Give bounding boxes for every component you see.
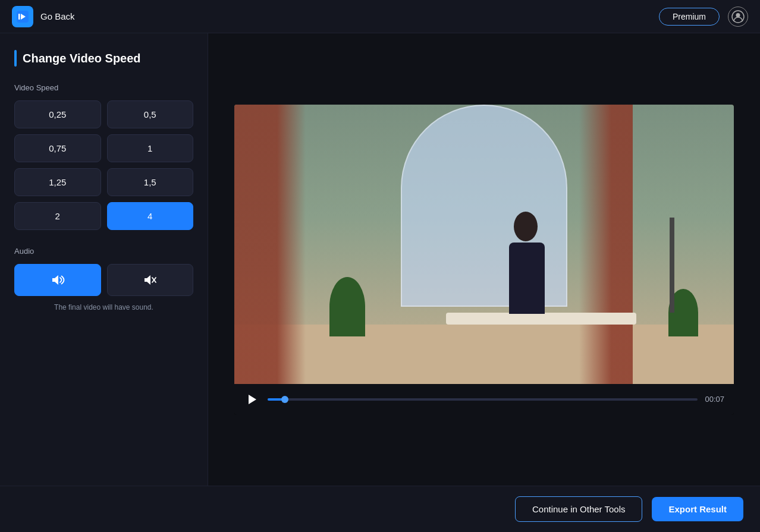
speed-btn-4[interactable]: 4 bbox=[107, 202, 194, 230]
plant-left bbox=[329, 277, 365, 336]
sidebar-title-bar bbox=[14, 50, 17, 67]
export-result-button[interactable]: Export Result bbox=[652, 497, 743, 521]
speed-grid: 0,25 0,5 0,75 1 1,25 1,5 2 4 bbox=[14, 100, 193, 230]
time-display: 00:07 bbox=[705, 395, 724, 404]
header-left: Go Back bbox=[12, 6, 75, 27]
app-logo bbox=[12, 6, 33, 27]
progress-bar[interactable] bbox=[268, 398, 698, 401]
svg-marker-9 bbox=[249, 395, 256, 404]
sidebar-title: Change Video Speed bbox=[23, 52, 141, 65]
audio-btn-group bbox=[14, 264, 193, 296]
desk bbox=[446, 313, 636, 325]
curtain-right bbox=[579, 105, 633, 384]
svg-marker-6 bbox=[145, 275, 150, 285]
speed-btn-1[interactable]: 1 bbox=[107, 134, 194, 162]
audio-off-button[interactable] bbox=[107, 264, 194, 296]
video-speed-label: Video Speed bbox=[14, 83, 193, 92]
person bbox=[509, 243, 545, 314]
video-area: 00:07 bbox=[208, 33, 760, 486]
play-button[interactable] bbox=[244, 391, 260, 408]
sidebar-title-wrapper: Change Video Speed bbox=[14, 50, 193, 67]
speed-btn-05[interactable]: 0,5 bbox=[107, 100, 194, 128]
progress-dot bbox=[281, 396, 288, 403]
speed-btn-025[interactable]: 0,25 bbox=[14, 100, 101, 128]
speed-btn-15[interactable]: 1,5 bbox=[107, 168, 194, 196]
svg-rect-2 bbox=[18, 14, 20, 20]
user-avatar[interactable] bbox=[728, 7, 748, 27]
person-head bbox=[514, 212, 538, 241]
footer: Continue in Other Tools Export Result bbox=[0, 486, 760, 532]
audio-on-button[interactable] bbox=[14, 264, 101, 296]
video-controls: 00:07 bbox=[234, 384, 734, 415]
continue-in-other-tools-button[interactable]: Continue in Other Tools bbox=[515, 496, 642, 522]
video-container: 00:07 bbox=[234, 105, 734, 415]
premium-button[interactable]: Premium bbox=[659, 8, 720, 26]
go-back-link[interactable]: Go Back bbox=[40, 11, 75, 21]
curtain-left bbox=[234, 105, 306, 384]
svg-point-4 bbox=[736, 13, 740, 17]
audio-label: Audio bbox=[14, 247, 193, 256]
audio-hint: The final video will have sound. bbox=[14, 303, 193, 311]
main-content: Change Video Speed Video Speed 0,25 0,5 … bbox=[0, 33, 760, 486]
header: Go Back Premium bbox=[0, 0, 760, 33]
room-floor bbox=[234, 325, 734, 384]
speed-btn-125[interactable]: 1,25 bbox=[14, 168, 101, 196]
speed-btn-075[interactable]: 0,75 bbox=[14, 134, 101, 162]
video-thumbnail bbox=[234, 105, 734, 384]
lamp bbox=[670, 218, 674, 313]
svg-marker-5 bbox=[52, 275, 58, 285]
sidebar: Change Video Speed Video Speed 0,25 0,5 … bbox=[0, 33, 208, 486]
speed-btn-2[interactable]: 2 bbox=[14, 202, 101, 230]
audio-section: Audio The final video bbox=[14, 247, 193, 311]
header-right: Premium bbox=[659, 7, 748, 27]
